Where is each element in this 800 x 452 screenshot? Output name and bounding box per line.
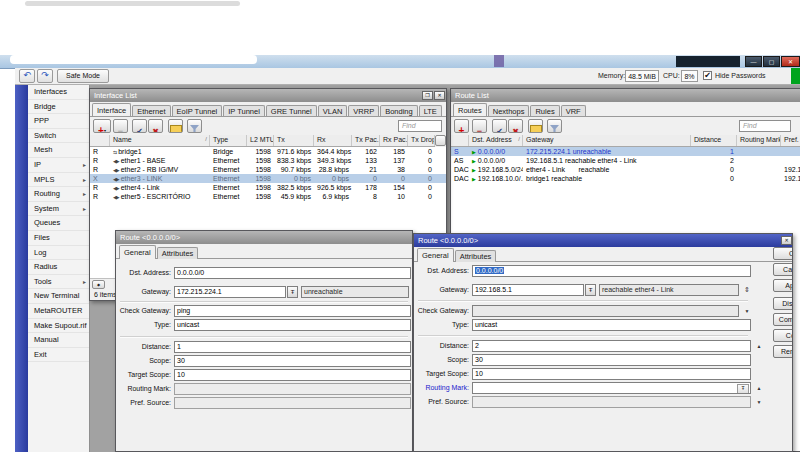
dst-address-input[interactable]: 0.0.0.0/0: [174, 267, 411, 279]
sidebar-item-system[interactable]: System▸: [28, 202, 89, 217]
tab-vlan[interactable]: VLAN: [318, 105, 348, 117]
distance-input[interactable]: 2: [472, 340, 751, 352]
gateway-input[interactable]: 172.215.224.1: [174, 286, 286, 298]
enable-button[interactable]: ✔: [132, 119, 147, 133]
dialog-button-remove[interactable]: Remove: [773, 345, 793, 358]
interface-row[interactable]: X◀▶ether3 - LINKEthernet15980 bps0 bps00…: [90, 174, 446, 183]
dropdown-icon[interactable]: Ŧ: [737, 384, 749, 394]
tab-bonding[interactable]: Bonding: [380, 105, 418, 117]
check-gateway-input[interactable]: ping: [174, 305, 411, 317]
interface-row[interactable]: R◀▶ether4 - LinkEthernet1598382.5 kbps92…: [90, 183, 446, 192]
tab-lte[interactable]: LTE: [419, 105, 442, 117]
interface-row[interactable]: R◀▶ether1 - BASEEthernet1598838.3 kbps34…: [90, 156, 446, 165]
dst-address-input[interactable]: 0.0.0.0/0: [472, 265, 751, 277]
sidebar-item-make-supout-rif[interactable]: Make Supout.rif: [28, 319, 89, 334]
sidebar-item-log[interactable]: Log: [28, 246, 89, 261]
remove-button[interactable]: −: [472, 119, 487, 133]
check-gateway-input[interactable]: [472, 305, 739, 317]
col-distance[interactable]: Distance: [691, 135, 737, 146]
safe-mode-button[interactable]: Safe Mode: [57, 69, 109, 83]
dialog-button-comment[interactable]: Comment: [773, 313, 793, 326]
col-routing-mark[interactable]: Routing Mark: [737, 135, 781, 146]
sidebar-item-ppp[interactable]: PPP: [28, 114, 89, 129]
dialog-button-copy[interactable]: Copy: [773, 329, 793, 342]
sidebar-item-exit[interactable]: Exit: [28, 348, 89, 363]
sidebar-item-mesh[interactable]: Mesh: [28, 143, 89, 158]
pref-source-down-icon[interactable]: ▼: [755, 396, 763, 408]
pref-source-input[interactable]: [174, 397, 411, 409]
scope-input[interactable]: 30: [472, 354, 751, 366]
add-button[interactable]: +: [454, 119, 469, 133]
route-row[interactable]: AS▶0.0.0.0/0192.168.5.1 reachable ether4…: [451, 156, 800, 165]
tab-vrf[interactable]: VRF: [561, 105, 586, 117]
undo-button[interactable]: ↶: [19, 69, 35, 83]
dialog-button-cancel[interactable]: Cancel: [773, 263, 793, 276]
dialog-button-apply[interactable]: Apply: [773, 279, 793, 292]
tab-attributes[interactable]: Attributes: [157, 247, 199, 259]
gateway-dropdown-button[interactable]: Ŧ: [585, 284, 596, 296]
interface-list-titlebar[interactable]: Interface List ❐ ✕: [90, 89, 446, 102]
tab-interface[interactable]: Interface: [92, 103, 131, 117]
col-gateway[interactable]: Gateway: [523, 135, 691, 146]
type-input[interactable]: unicast: [472, 319, 751, 331]
gateway-input[interactable]: 192.168.5.1: [472, 284, 584, 296]
sidebar-item-bridge[interactable]: Bridge: [28, 100, 89, 115]
sidebar-item-queues[interactable]: Queues: [28, 216, 89, 231]
type-input[interactable]: unicast: [174, 319, 411, 331]
tab-general[interactable]: General: [119, 245, 156, 259]
tab-vrrp[interactable]: VRRP: [348, 105, 379, 117]
comment-button[interactable]: [168, 119, 183, 133]
sidebar-item-routing[interactable]: Routing▸: [28, 187, 89, 202]
sidebar-item-new-terminal[interactable]: New Terminal: [28, 289, 89, 304]
col-tx-drops[interactable]: Tx Drops: [408, 135, 435, 146]
route-row[interactable]: DAC▶192.168.5.0/24ether4 - Link reachabl…: [451, 165, 800, 174]
col-type[interactable]: Type: [210, 135, 247, 146]
sidebar-item-radius[interactable]: Radius: [28, 260, 89, 275]
interface-row[interactable]: R◀▶ether2 - RB IG/MVEthernet159890.7 kbp…: [90, 165, 446, 174]
col-name[interactable]: Name/: [110, 135, 210, 146]
col-tx[interactable]: Tx: [274, 135, 314, 146]
hide-passwords-checkbox[interactable]: ✔: [703, 71, 712, 80]
sidebar-item-mpls[interactable]: MPLS▸: [28, 173, 89, 188]
gateway-dropdown-button[interactable]: Ŧ: [287, 286, 298, 298]
tab-ip-tunnel[interactable]: IP Tunnel: [223, 105, 265, 117]
tab-gre-tunnel[interactable]: GRE Tunnel: [266, 105, 317, 117]
tab-routes[interactable]: Routes: [453, 103, 487, 117]
route-row[interactable]: S▶0.0.0.0/0172.215.224.1 unreachable1: [451, 147, 800, 156]
paging-button[interactable]: ◆: [92, 280, 105, 289]
gateway-updown-icon[interactable]: ⇕: [743, 284, 751, 296]
col-dst-address[interactable]: Dst. Address/: [469, 135, 523, 146]
tab-attributes[interactable]: Attributes: [455, 250, 497, 262]
tab-ethernet[interactable]: Ethernet: [132, 105, 170, 117]
comment-button[interactable]: [528, 119, 543, 133]
interface-row[interactable]: R⇆bridge1Bridge1598971.6 kbps364.4 kbps1…: [90, 147, 446, 156]
maximize-button[interactable]: ▢: [763, 56, 780, 67]
col-pref-source[interactable]: Pref. Source: [781, 135, 800, 146]
add-button[interactable]: +▾: [93, 119, 111, 133]
col-l2-mtu[interactable]: L2 MTU: [247, 135, 274, 146]
interface-row[interactable]: R◀▶ether5 - ESCRITÓRIOEthernet159845.9 k…: [90, 192, 446, 201]
dialog-button-ok[interactable]: OK: [773, 247, 793, 260]
find-input[interactable]: Find: [739, 120, 791, 132]
remove-button[interactable]: −: [113, 119, 128, 133]
pref-source-input[interactable]: [472, 396, 751, 408]
enable-button[interactable]: ✔: [492, 119, 507, 133]
tab-eoip-tunnel[interactable]: EoIP Tunnel: [172, 105, 223, 117]
scope-input[interactable]: 30: [174, 355, 411, 367]
sidebar-item-ip[interactable]: IP▸: [28, 158, 89, 173]
disable-button[interactable]: ✖: [148, 119, 163, 133]
window-close-button[interactable]: ✕: [434, 91, 445, 100]
sidebar-item-switch[interactable]: Switch: [28, 129, 89, 144]
sidebar-item-interfaces[interactable]: Interfaces: [28, 85, 89, 100]
tab-general[interactable]: General: [417, 248, 454, 262]
col-rx-pac[interactable]: Rx Pac...: [380, 135, 408, 146]
route-row[interactable]: DAC▶192.168.10.0/...bridge1 reachable019…: [451, 174, 800, 183]
distance-up-icon[interactable]: ▲: [755, 340, 763, 352]
col-rx[interactable]: Rx: [314, 135, 352, 146]
column-select-button[interactable]: ▼: [435, 135, 446, 146]
routing-mark-up-icon[interactable]: ▲: [755, 382, 763, 394]
filter-button[interactable]: [187, 119, 202, 133]
target-scope-input[interactable]: 10: [472, 368, 751, 380]
sidebar-item-manual[interactable]: Manual: [28, 333, 89, 348]
window-close-button[interactable]: ✕: [781, 236, 792, 245]
